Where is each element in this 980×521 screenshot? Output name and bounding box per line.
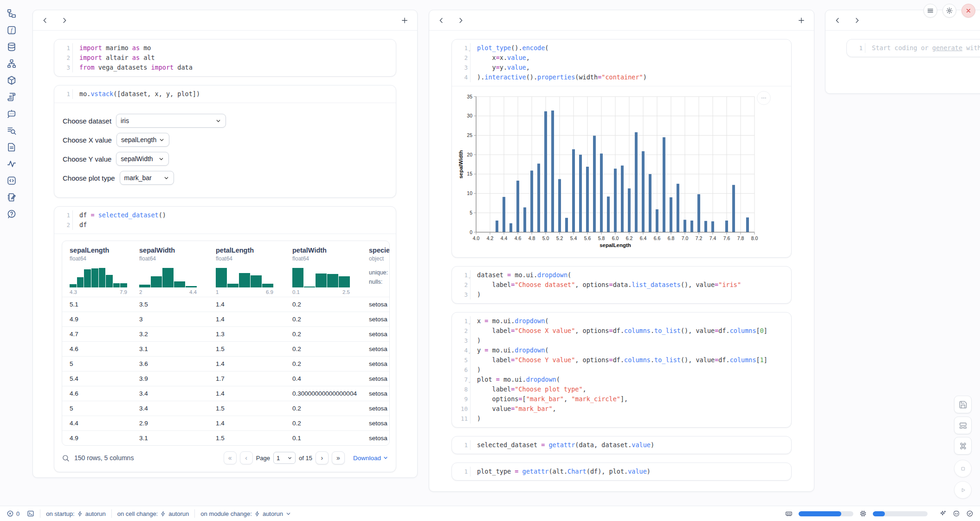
runtime-config-on-startup[interactable]: on startup:autorun [46,510,106,517]
widget-label: Choose X value [63,136,112,144]
memory-icon [785,510,793,517]
line-number: 9 [452,394,471,404]
page-select[interactable]: 1 [273,452,296,464]
svg-text:0: 0 [470,229,472,235]
table-row[interactable]: 4.63.41.40.30000000000000004setosa [62,386,390,401]
table-row[interactable]: 53.41.50.2setosa [62,401,390,416]
terminal-icon[interactable] [27,510,34,517]
more-horizontal-icon[interactable] [757,91,771,105]
line-number: 2 [54,220,73,230]
chevron-right-icon[interactable] [457,17,464,24]
download-button[interactable]: Download [353,455,388,462]
code-editor-plot[interactable]: 1⌄plot_type().encode(2 x=x.value,3 y=y.v… [452,39,791,86]
app-sidebar: f [0,0,23,501]
code-editor-dataset[interactable]: 1⌄dataset = mo.ui.dropdown(2 label="Choo… [452,267,791,303]
svg-text:5.6: 5.6 [584,235,591,241]
code-editor-vstack[interactable]: 1mo.vstack([dataset, x, y, plot]) [54,85,396,103]
play-icon[interactable] [954,481,972,499]
line-number: 2 [54,53,73,63]
line-number: 7⌄ [452,375,471,384]
code-editor-selected[interactable]: 1selected_dataset = getattr(data, datase… [452,436,791,454]
svg-text:25: 25 [467,132,472,138]
layout-icon[interactable] [954,417,972,434]
column-header-sepalWidth[interactable]: sepalWidthfloat6424.4 [132,241,208,297]
chevron-left-icon[interactable] [41,17,49,24]
y-value-select[interactable]: sepalWidth [116,152,169,166]
settings-gear-icon[interactable] [942,4,956,18]
column-header-sepalLength[interactable]: sepalLengthfloat644.37.9 [62,241,132,297]
x-value-select[interactable]: sepalLength [116,133,169,147]
widget-label: Choose Y value [63,155,111,163]
menu-icon[interactable] [923,4,937,18]
save-icon[interactable] [954,396,972,413]
widget-label: Choose dataset [63,117,111,125]
column-header-species[interactable]: speciesobjectunique:nulls: [361,241,390,297]
chevron-left-icon[interactable] [834,17,841,24]
table-row[interactable]: 53.61.40.2setosa [62,357,390,371]
table-row[interactable]: 4.42.91.40.2setosa [62,416,390,431]
chevron-right-icon[interactable] [853,17,861,24]
divider [40,509,40,518]
code-editor-empty[interactable]: 1Start coding or generate with [847,39,980,57]
chevron-right-icon[interactable] [61,17,68,24]
table-row[interactable]: 4.73.21.30.2setosa [62,327,390,342]
code-editor-df[interactable]: 1df = selected_dataset()2df [54,207,396,234]
chevron-left-icon[interactable] [438,17,445,24]
line-number: 1 [452,467,471,476]
code-editor-plottype[interactable]: 1plot_type = getattr(alt.Chart(df), plot… [452,463,791,480]
command-icon[interactable] [954,437,972,455]
check-circle-icon[interactable] [966,510,974,517]
stop-icon[interactable] [954,460,972,477]
runtime-config-on-cell-change[interactable]: on cell change:autorun [117,510,189,517]
line-number: 1⌄ [452,316,471,326]
packages-icon[interactable] [6,75,17,85]
column-3-toolbar [825,10,980,31]
column-header-petalLength[interactable]: petalLengthfloat6416.9 [208,241,285,297]
table-row[interactable]: 4.63.11.50.2setosa [62,342,390,357]
code-editor-xyplot[interactable]: 1⌄x = mo.ui.dropdown(2 label="Choose X v… [452,313,791,427]
svg-text:5.4: 5.4 [570,235,577,241]
logs-icon[interactable] [6,142,17,152]
table-row[interactable]: 5.13.51.40.2setosa [62,297,390,312]
copilot-icon[interactable] [953,510,960,517]
svg-text:15: 15 [467,171,472,176]
add-cell-icon[interactable] [400,16,409,25]
search-icon[interactable] [62,454,70,462]
first-page-button[interactable]: « [224,451,237,464]
svg-text:10: 10 [467,190,472,196]
prev-page-button[interactable]: ‹ [240,451,253,464]
next-page-button[interactable]: › [316,451,329,464]
close-icon[interactable] [961,4,975,18]
code-editor-imports[interactable]: 1import marimo as mo2import altair as al… [54,39,396,76]
altair-chart[interactable]: 4.04.24.44.64.85.05.25.45.65.86.06.26.46… [458,92,791,252]
functions-icon[interactable]: f [6,25,17,35]
documentation-icon[interactable] [6,92,17,102]
column-header-petalWidth[interactable]: petalWidthfloat640.12.5 [285,241,361,297]
line-number: 6 [452,365,471,375]
line-number: 4⌄ [452,345,471,355]
dependency-graph-icon[interactable] [6,59,17,69]
table-row[interactable]: 5.43.91.70.4setosa [62,371,390,386]
add-cell-icon[interactable] [797,16,806,25]
tracing-icon[interactable] [6,159,17,169]
line-number: 1⌄ [452,43,471,53]
file-explorer-icon[interactable] [6,8,17,19]
table-row[interactable]: 4.931.40.2setosa [62,312,390,327]
divider [194,509,195,518]
datasources-icon[interactable] [6,42,17,52]
chart-output: 4.04.24.44.64.85.05.25.45.65.86.06.26.46… [452,86,791,257]
variables-icon[interactable] [6,125,17,136]
last-page-button[interactable]: » [332,451,345,464]
scratchpad-icon[interactable] [6,192,17,202]
error-count[interactable]: 0 [6,510,19,517]
table-row[interactable]: 4.93.11.50.1setosa [62,431,390,446]
cpu-icon [859,510,867,517]
dataset-select[interactable]: iris [116,114,226,128]
ai-chat-icon[interactable] [6,109,17,119]
sparkles-icon[interactable] [939,510,947,517]
help-icon[interactable] [6,209,17,219]
plot-type-select[interactable]: mark_bar [120,171,174,185]
snippets-icon[interactable] [6,176,17,186]
column-1-toolbar [33,10,417,31]
runtime-config-on-module-change[interactable]: on module change:autorun [200,510,291,517]
